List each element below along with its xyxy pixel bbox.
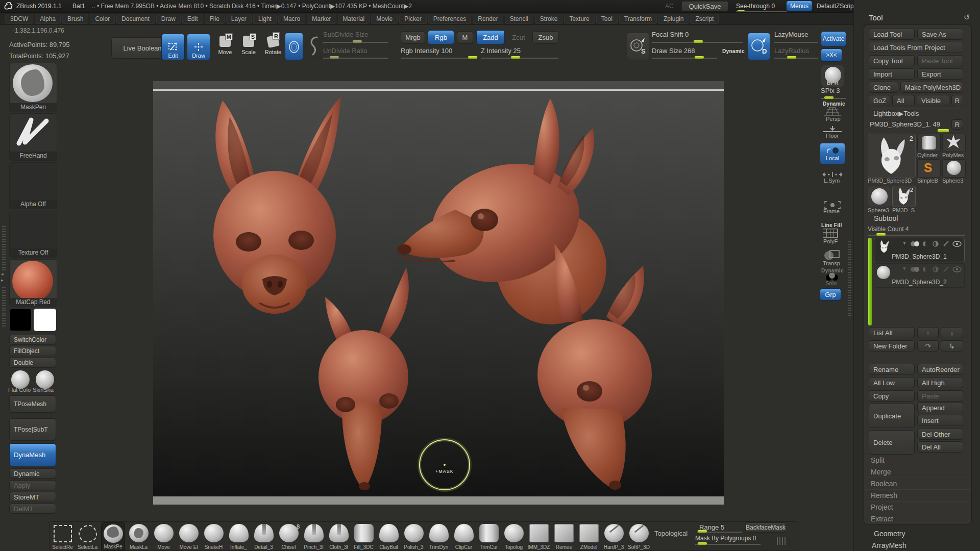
mask-by-polygroups-nub[interactable] <box>697 542 707 545</box>
menu-item[interactable]: Document <box>116 14 155 24</box>
menu-item[interactable]: Texture <box>564 14 594 24</box>
mrgb-button[interactable]: Mrgb <box>401 31 425 44</box>
brush-item[interactable]: Remes <box>552 522 575 551</box>
brush-item[interactable]: Topolog <box>502 522 525 551</box>
list-all-button[interactable]: List All <box>869 327 915 338</box>
solo-label[interactable]: Solo <box>825 280 837 286</box>
sphere-tool-thumb-2[interactable] <box>868 186 891 207</box>
brush-item[interactable]: Move El <box>177 522 200 551</box>
move-button[interactable]: M Move <box>214 36 236 60</box>
menu-item[interactable]: Draw <box>156 14 181 24</box>
symmetry-x-button[interactable]: >X< <box>821 48 842 62</box>
draw-size-nub[interactable] <box>694 56 704 59</box>
double-button[interactable]: Double <box>9 358 56 368</box>
menu-item[interactable]: Material <box>338 14 370 24</box>
delete-button[interactable]: Delete <box>869 430 915 455</box>
stroke-s-button[interactable]: S <box>627 33 649 60</box>
shelf-scrollbar[interactable] <box>848 240 851 316</box>
tposemesh-button[interactable]: TPoseMesh <box>9 395 56 413</box>
rotate-button[interactable]: R Rotate <box>261 36 285 60</box>
brush-item[interactable]: MaskPe <box>101 522 125 551</box>
edit-button[interactable]: Edit <box>161 34 185 60</box>
active-tool-slider[interactable]: PM3D_Sphere3D_1. 49 <box>870 120 940 128</box>
transp-label[interactable]: Transp <box>823 260 840 266</box>
skinshade-sphere[interactable] <box>36 370 54 389</box>
subdivide-size-nub[interactable] <box>352 40 362 43</box>
undivide-ratio-slider[interactable]: UnDivide Ratio <box>323 47 368 55</box>
brush-item[interactable]: MaskLa <box>127 522 150 551</box>
see-through-slider[interactable]: See-through 0 <box>736 3 775 10</box>
paste-tool-button[interactable]: Paste Tool <box>917 55 963 66</box>
brush-item[interactable]: Polish_3 <box>402 522 425 551</box>
brush-item[interactable]: TrimDyn <box>427 522 450 551</box>
m-button[interactable]: M <box>457 31 473 44</box>
autoreorder-button[interactable]: AutoReorder <box>917 364 963 375</box>
range-nub[interactable] <box>697 530 707 533</box>
topological-label[interactable]: Topological <box>654 530 688 537</box>
cylinder-tool-thumb[interactable] <box>917 134 941 152</box>
subtool-header[interactable]: Subtool <box>874 214 898 222</box>
spix-slider[interactable]: SPix 3 <box>821 87 840 94</box>
export-button[interactable]: Export <box>917 68 963 80</box>
menu-item[interactable]: Marker <box>307 14 336 24</box>
brush-item[interactable]: Detail_3 <box>252 522 275 551</box>
tray-handle-right-icon[interactable]: ▸ <box>1 278 4 283</box>
menu-item[interactable]: Movie <box>371 14 398 24</box>
material-thumb[interactable]: MatCap Red Wax <box>9 259 57 307</box>
active-tool-nub[interactable] <box>937 129 949 133</box>
polyf-label[interactable]: PolyF <box>823 238 838 244</box>
boolean-section[interactable]: Boolean <box>865 478 971 489</box>
copy-tool-button[interactable]: Copy Tool <box>869 55 915 66</box>
lightbox-tools-button[interactable]: Lightbox▶Tools <box>869 108 963 118</box>
menu-item[interactable]: Macro <box>278 14 305 24</box>
brush-item[interactable]: SoftP_3D <box>627 522 650 551</box>
spix-nub[interactable] <box>824 96 834 99</box>
polymesh-star-thumb[interactable] <box>942 134 966 152</box>
zcut-button[interactable]: Zcut <box>507 31 530 44</box>
tool-reset-icon[interactable]: ↺ <box>964 13 970 22</box>
delmt-button[interactable]: DelMT <box>9 504 56 514</box>
menu-item[interactable]: 3DCW <box>5 14 33 24</box>
paste-subtool-button[interactable]: Paste <box>917 390 963 402</box>
lsym-icon[interactable] <box>822 171 843 178</box>
split-section[interactable]: Split <box>865 454 971 466</box>
z-intensity-slider[interactable]: Z Intensity 25 <box>481 47 521 55</box>
local-button[interactable]: Local <box>820 143 845 164</box>
tray-handle-left-icon[interactable]: ◂ <box>1 271 4 277</box>
menu-item[interactable]: Transform <box>619 14 657 24</box>
brush-item[interactable]: HardP_3 <box>602 522 625 551</box>
arraymesh-section[interactable]: ArrayMesh <box>872 541 906 549</box>
draw-button[interactable]: Draw <box>187 34 210 60</box>
sculptris-sphere-button[interactable] <box>285 33 303 60</box>
append-button[interactable]: Append <box>917 402 963 413</box>
grp-button[interactable]: Grp <box>820 288 841 300</box>
active-tool-r-button[interactable]: R <box>951 119 963 130</box>
dynamesh-button[interactable]: DynaMesh <box>9 443 56 466</box>
bpr-button[interactable]: BPR <box>821 65 844 87</box>
brush-item[interactable]: SelectRe <box>51 522 74 551</box>
lazyradius-nub[interactable] <box>787 56 797 59</box>
persp-grid-icon[interactable] <box>823 107 842 116</box>
brush-item[interactable]: SelectLa <box>76 522 99 551</box>
menu-item[interactable]: Stencil <box>505 14 533 24</box>
fillobject-button[interactable]: FillObject <box>9 346 56 356</box>
storemt-button[interactable]: StoreMT <box>9 492 56 502</box>
floor-label[interactable]: Floor <box>826 133 839 139</box>
quicksave-button[interactable]: QuickSave <box>681 1 728 11</box>
focal-shift-nub[interactable] <box>693 40 703 43</box>
menu-item[interactable]: Color <box>90 14 115 24</box>
new-folder-button[interactable]: New Folder <box>869 340 915 352</box>
rgb-button[interactable]: Rgb <box>428 30 454 44</box>
move-down-button[interactable]: ↓ <box>941 327 963 338</box>
backfacemask-button[interactable]: BackfaceMask <box>745 522 786 533</box>
dynamic-draw-button[interactable]: D <box>748 33 770 60</box>
brush-item[interactable]: ClipCur <box>452 522 475 551</box>
brush-item[interactable]: ZModel <box>577 522 600 551</box>
goz-all-button[interactable]: All <box>892 95 915 106</box>
import-button[interactable]: Import <box>869 68 915 80</box>
brush-item[interactable]: Cloth_3l <box>327 522 350 551</box>
visible-count-nub[interactable] <box>876 233 886 236</box>
current-tool-thumb[interactable]: 2 <box>868 134 916 178</box>
tray-scrollbar[interactable] <box>2 224 6 270</box>
menu-item[interactable]: Preferences <box>428 14 472 24</box>
